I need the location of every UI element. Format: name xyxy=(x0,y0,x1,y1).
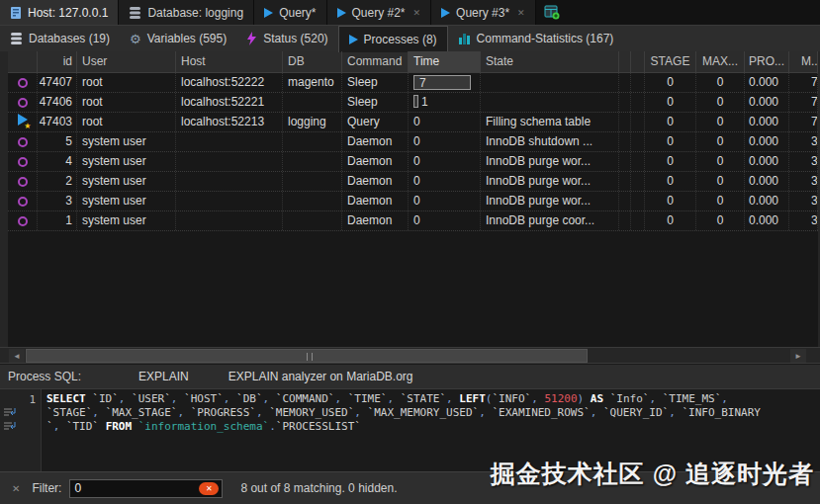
scrollbar-grip xyxy=(307,353,313,361)
cell-command: Daemon xyxy=(342,211,409,230)
process-type-icon xyxy=(8,152,38,171)
cell-empty-2 xyxy=(631,93,645,112)
cell-time: 0 xyxy=(409,132,481,151)
table-row[interactable]: 4system userDaemon0InnoDB purge wor...00… xyxy=(8,152,818,172)
clear-filter-icon[interactable]: ✕ xyxy=(12,483,20,494)
scroll-right-arrow-icon[interactable]: ► xyxy=(790,349,806,363)
table-row[interactable]: 2system userDaemon0InnoDB purge wor...00… xyxy=(8,172,818,192)
cell-host xyxy=(176,192,283,210)
table-row[interactable]: ★47403rootlocalhost:52213loggingQuery0Fi… xyxy=(8,113,818,132)
cell-host xyxy=(176,132,283,151)
column-header-id[interactable]: id xyxy=(38,51,77,72)
column-header-empty-1[interactable] xyxy=(619,51,631,72)
close-tab-icon[interactable]: ✕ xyxy=(413,8,421,18)
horizontal-scrollbar[interactable]: ◄ ► xyxy=(0,347,820,364)
filter-status-text: 8 out of 8 matching. 0 hidden. xyxy=(240,481,397,495)
cell-max-stage: 0 xyxy=(696,132,745,151)
tab-processes[interactable]: Processes (8) xyxy=(338,26,448,52)
wrap-marker-icon xyxy=(0,406,41,420)
table-row[interactable]: 3system userDaemon0InnoDB purge wor...00… xyxy=(8,192,818,211)
cell-db xyxy=(283,132,342,151)
cell-user: root xyxy=(77,113,176,131)
new-query-tab-button[interactable] xyxy=(536,0,568,25)
tab-query-1[interactable]: Query* xyxy=(254,0,326,25)
cell-max-stage: 0 xyxy=(696,113,745,131)
cell-progress: 0.000 xyxy=(745,93,789,112)
bar-chart-icon xyxy=(458,33,471,44)
column-header-time[interactable]: Time xyxy=(409,51,481,72)
column-header-max-stage[interactable]: MAX... xyxy=(696,51,745,72)
tab-query-1-label: Query* xyxy=(279,6,316,20)
close-tab-icon[interactable]: ✕ xyxy=(517,8,525,18)
tab-query-2-label: Query #2* xyxy=(352,6,406,20)
cell-max-stage: 0 xyxy=(696,172,745,191)
explain-analyzer-link[interactable]: EXPLAIN analyzer on MariaDB.org xyxy=(228,370,413,383)
cell-progress: 0.000 xyxy=(745,73,789,92)
scrollbar-thumb[interactable] xyxy=(26,349,588,363)
table-row[interactable]: 1system userDaemon0InnoDB purge coor...0… xyxy=(8,211,818,231)
cell-empty-1 xyxy=(619,152,631,171)
tab-database[interactable]: Database: logging xyxy=(119,0,254,25)
cell-stage: 0 xyxy=(645,172,696,191)
tab-query-2[interactable]: Query #2* ✕ xyxy=(327,0,432,25)
cell-id: 2 xyxy=(38,172,77,191)
cell-empty-2 xyxy=(631,172,645,191)
editor-code[interactable]: SELECT `ID`, `USER`, `HOST`, `DB`, `COMM… xyxy=(42,389,761,471)
column-header-db[interactable]: DB xyxy=(283,51,342,72)
process-sql-label: Process SQL: xyxy=(8,370,81,383)
server-icon xyxy=(10,6,22,20)
filter-bar: ✕ Filter: ✕ 8 out of 8 matching. 0 hidde… xyxy=(0,471,820,504)
table-row[interactable]: 5system userDaemon0InnoDB shutdown ...00… xyxy=(8,132,818,152)
cell-progress: 0.000 xyxy=(745,192,789,210)
explain-link[interactable]: EXPLAIN xyxy=(138,370,189,383)
tab-query-3[interactable]: Query #3* ✕ xyxy=(431,0,536,25)
column-header-user[interactable]: User xyxy=(77,51,176,72)
scroll-left-arrow-icon[interactable]: ◄ xyxy=(9,349,25,363)
table-row[interactable]: 47407rootlocalhost:52222magentoSleep7000… xyxy=(8,73,818,93)
column-header-empty-2[interactable] xyxy=(631,51,645,72)
cell-command: Daemon xyxy=(342,172,409,191)
process-list-grid: id User Host DB Command Time State STAGE… xyxy=(0,51,820,347)
cell-empty-2 xyxy=(631,211,645,230)
column-header-stage[interactable]: STAGE xyxy=(645,51,696,72)
cell-time: 0 xyxy=(409,113,481,131)
tab-databases[interactable]: Databases (19) xyxy=(0,26,120,52)
column-header-command[interactable]: Command xyxy=(342,51,409,72)
sql-code-line: `STAGE`, `MAX_STAGE`, `PROGRESS`, `MEMOR… xyxy=(46,406,761,420)
cell-stage: 0 xyxy=(645,152,696,171)
cell-stage: 0 xyxy=(645,73,696,92)
tab-host[interactable]: Host: 127.0.0.1 xyxy=(0,0,119,25)
cell-empty-2 xyxy=(631,152,645,171)
process-type-icon xyxy=(8,73,38,92)
cell-memory: 3 xyxy=(789,132,818,151)
column-header-state[interactable]: State xyxy=(481,51,619,72)
cell-progress: 0.000 xyxy=(745,113,789,131)
cell-empty-2 xyxy=(631,113,645,131)
circle-icon xyxy=(18,137,28,147)
cell-state xyxy=(481,73,619,92)
play-icon xyxy=(349,35,358,44)
cell-time: 0 xyxy=(409,192,481,210)
cell-max-stage: 0 xyxy=(696,152,745,171)
tab-databases-label: Databases (19) xyxy=(29,32,110,45)
column-header-host[interactable]: Host xyxy=(176,51,283,72)
database-icon xyxy=(10,33,23,44)
column-header-progress[interactable]: PRO... xyxy=(745,51,789,72)
sql-editor[interactable]: 1 SELECT `ID`, `USER`, `HOST`, `DB`, `CO… xyxy=(0,388,820,471)
cell-empty-1 xyxy=(619,211,631,230)
tab-variables[interactable]: ⚙ Variables (595) xyxy=(120,26,236,52)
wrap-marker-icon xyxy=(0,420,41,434)
gear-icon: ⚙ xyxy=(130,33,141,45)
cell-command: Daemon xyxy=(342,152,409,171)
grid-header-row: id User Host DB Command Time State STAGE… xyxy=(8,51,818,73)
column-header-icon[interactable] xyxy=(8,51,38,72)
cell-command: Daemon xyxy=(342,192,409,210)
column-header-memory[interactable]: M... xyxy=(789,51,818,72)
cell-id: 3 xyxy=(38,192,77,210)
tab-command-statistics[interactable]: Command-Statistics (167) xyxy=(448,26,624,52)
filter-clear-button[interactable]: ✕ xyxy=(199,482,219,495)
tab-status[interactable]: Status (520) xyxy=(236,26,337,52)
cell-db: magento xyxy=(283,73,342,92)
cell-memory: 3 xyxy=(789,152,818,171)
table-row[interactable]: 47406rootlocalhost:52221Sleep1000.0007 xyxy=(8,93,818,113)
